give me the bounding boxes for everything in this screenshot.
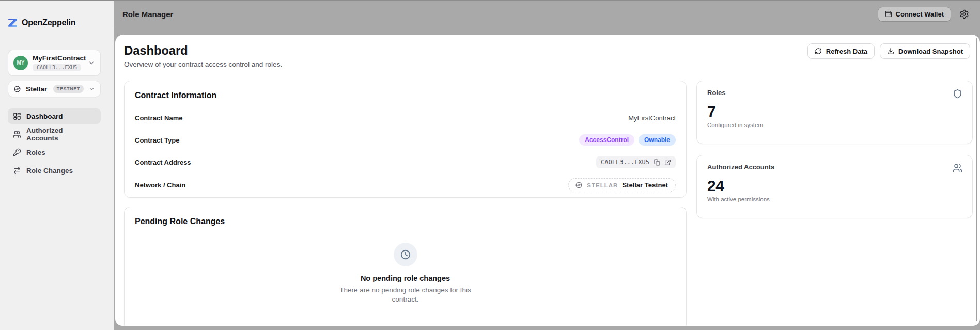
contract-selector[interactable]: MY MyFirstContract CAOLL3...FXU5 xyxy=(8,50,101,76)
stellar-icon xyxy=(575,181,583,189)
contract-address-value: CAOLL3...FXU5 xyxy=(601,159,649,166)
network-prefix: STELLAR xyxy=(587,182,618,188)
roles-stat-value: 7 xyxy=(707,103,962,120)
page-subtitle: Overview of your contract access control… xyxy=(124,60,282,68)
accounts-stat-value: 24 xyxy=(707,177,962,195)
sidebar-item-roles[interactable]: Roles xyxy=(8,145,101,160)
stellar-icon xyxy=(13,85,21,93)
connect-wallet-label: Connect Wallet xyxy=(896,10,944,18)
contract-address-label: Contract Address xyxy=(135,159,191,166)
dashboard-grid-icon xyxy=(13,112,21,120)
openzeppelin-logo-icon xyxy=(7,17,18,28)
network-selector-name: Stellar Te... xyxy=(26,85,49,93)
empty-state-title: No pending role changes xyxy=(361,274,450,282)
network-value: Stellar Testnet xyxy=(622,181,668,189)
external-link-icon xyxy=(664,159,671,166)
chevron-down-icon xyxy=(88,59,95,67)
app-title: Role Manager xyxy=(122,10,173,19)
access-control-badge: AccessControl xyxy=(579,134,634,146)
network-chain-row: Network / Chain STELLAR Stellar Testnet xyxy=(135,178,676,192)
clock-icon xyxy=(394,243,417,266)
authorized-accounts-stat-card: Authorized Accounts 24 With active permi… xyxy=(696,155,973,218)
accounts-stat-label: Authorized Accounts xyxy=(707,163,962,171)
copy-address-button[interactable] xyxy=(654,159,660,166)
roles-stat-label: Roles xyxy=(707,89,962,97)
sidebar-item-label: Role Changes xyxy=(26,167,73,175)
vertical-scrollbar[interactable] xyxy=(976,38,977,321)
contract-selector-name: MyFirstContract xyxy=(33,54,83,62)
refresh-data-button[interactable]: Refresh Data xyxy=(807,43,875,59)
empty-state-description: There are no pending role changes for th… xyxy=(339,286,472,304)
arrows-left-right-icon xyxy=(13,166,21,175)
main-area: Role Manager Connect Wallet Dashbo xyxy=(114,1,980,330)
contract-name-label: Contract Name xyxy=(135,114,182,122)
chevron-down-icon xyxy=(88,86,95,92)
brand-name: OpenZeppelin xyxy=(22,18,75,27)
sidebar-item-dashboard[interactable]: Dashboard xyxy=(8,108,101,124)
download-snapshot-label: Download Snapshot xyxy=(898,48,963,55)
page-title: Dashboard xyxy=(124,43,282,58)
key-icon xyxy=(13,148,21,156)
contract-name-value: MyFirstContract xyxy=(628,114,676,122)
refresh-data-label: Refresh Data xyxy=(826,48,867,55)
download-snapshot-button[interactable]: Download Snapshot xyxy=(880,43,970,59)
brand: OpenZeppelin xyxy=(7,17,114,28)
roles-stat-caption: Configured in system xyxy=(707,122,962,128)
contract-address-row: Contract Address CAOLL3...FXU5 xyxy=(135,156,676,168)
contract-avatar: MY xyxy=(13,56,28,70)
sidebar-item-authorized-accounts[interactable]: Authorized Accounts xyxy=(8,127,101,142)
sidebar-nav: Dashboard Authorized Accounts Roles xyxy=(8,108,101,178)
pending-empty-state: No pending role changes There are no pen… xyxy=(135,226,676,304)
settings-gear-icon[interactable] xyxy=(958,8,970,20)
sidebar-item-label: Authorized Accounts xyxy=(26,127,96,142)
sidebar-item-label: Roles xyxy=(26,149,45,156)
download-icon xyxy=(887,48,894,55)
copy-icon xyxy=(654,159,660,166)
sidebar-item-label: Dashboard xyxy=(26,113,63,120)
contract-name-row: Contract Name MyFirstContract xyxy=(135,112,676,124)
refresh-icon xyxy=(815,48,822,55)
contract-address-pill: CAOLL3...FXU5 xyxy=(596,156,676,168)
right-column: Roles 7 Configured in system Authorized … xyxy=(696,81,973,218)
topbar: Role Manager Connect Wallet xyxy=(114,1,980,27)
wallet-icon xyxy=(885,10,892,18)
network-selector[interactable]: Stellar Te... TESTNET xyxy=(8,81,101,97)
sidebar-item-role-changes[interactable]: Role Changes xyxy=(8,163,101,178)
main-panel: Dashboard Overview of your contract acce… xyxy=(115,35,980,326)
contract-type-row: Contract Type AccessControl Ownable xyxy=(135,134,676,146)
network-chain-pill[interactable]: STELLAR Stellar Testnet xyxy=(568,178,676,192)
users-icon xyxy=(953,163,962,173)
contract-information-card: Contract Information Contract Name MyFir… xyxy=(124,81,687,198)
testnet-badge: TESTNET xyxy=(53,85,84,93)
contract-selector-address: CAOLL3...FXU5 xyxy=(33,64,81,71)
contract-information-title: Contract Information xyxy=(135,91,676,100)
ownable-badge: Ownable xyxy=(639,134,676,146)
accounts-stat-caption: With active permissions xyxy=(707,196,962,202)
left-column: Contract Information Contract Name MyFir… xyxy=(124,81,687,326)
users-icon xyxy=(13,130,21,138)
pending-role-changes-card: Pending Role Changes No pending role cha… xyxy=(124,207,687,326)
roles-stat-card: Roles 7 Configured in system xyxy=(696,81,973,144)
connect-wallet-button[interactable]: Connect Wallet xyxy=(878,7,951,22)
shield-icon xyxy=(953,89,962,99)
open-explorer-button[interactable] xyxy=(664,159,671,166)
pending-role-changes-title: Pending Role Changes xyxy=(135,217,676,226)
sidebar: OpenZeppelin MY MyFirstContract CAOLL3..… xyxy=(0,1,114,330)
contract-type-label: Contract Type xyxy=(135,136,179,144)
network-chain-label: Network / Chain xyxy=(135,181,185,189)
